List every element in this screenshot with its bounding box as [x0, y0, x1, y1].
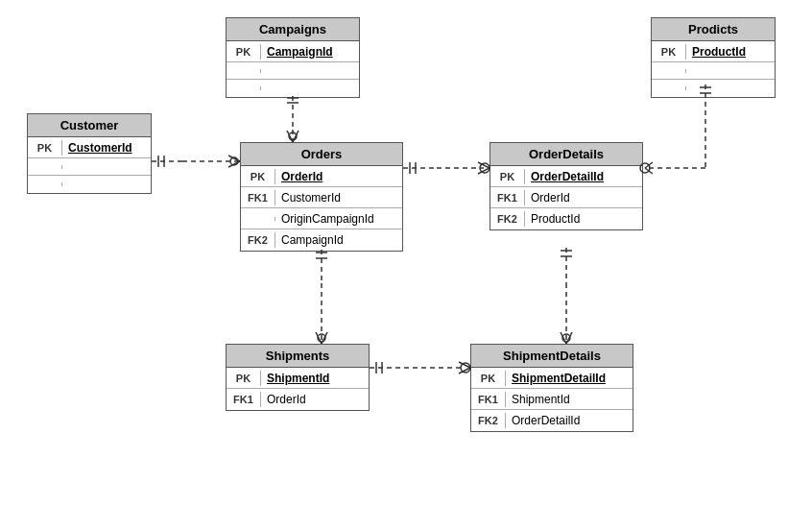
- table-customer-header: Customer: [28, 114, 151, 137]
- field-label: CustomerId: [275, 189, 346, 206]
- key-label: [28, 182, 62, 186]
- key-label: [227, 86, 261, 90]
- key-label: [227, 69, 261, 73]
- key-label: FK2: [241, 232, 275, 248]
- table-row: [28, 176, 151, 193]
- svg-line-32: [645, 162, 653, 168]
- svg-line-11: [228, 156, 240, 161]
- key-label: PK: [471, 371, 506, 386]
- table-shipments: Shipments PK ShipmentId FK1 OrderId: [226, 344, 370, 411]
- svg-line-12: [228, 161, 240, 167]
- svg-line-25: [478, 162, 490, 168]
- key-label: PK: [652, 44, 686, 60]
- table-row: FK1 OrderId: [490, 187, 642, 208]
- field-label: [686, 86, 698, 90]
- table-row: FK2 CampaignId: [241, 229, 402, 251]
- diagram-container: Customer PK CustomerId Campaigns PK Camp…: [0, 0, 812, 506]
- svg-line-19: [293, 131, 299, 142]
- table-prodicts-header: Prodicts: [652, 18, 775, 41]
- table-customer: Customer PK CustomerId: [27, 113, 152, 194]
- table-row: FK1 ShipmentId: [471, 389, 633, 410]
- table-shipments-header: Shipments: [227, 345, 369, 368]
- key-label: PK: [227, 371, 261, 386]
- table-row: [652, 62, 775, 80]
- table-orders-header: Orders: [241, 143, 402, 166]
- svg-line-53: [561, 332, 566, 344]
- svg-line-26: [478, 168, 490, 174]
- table-row: OriginCampaignId: [241, 208, 402, 229]
- table-row: FK2 ProductId: [490, 208, 642, 229]
- field-label: [62, 182, 74, 186]
- table-row: [28, 158, 151, 176]
- field-label: CampaignId: [275, 231, 349, 249]
- table-row: PK CustomerId: [28, 137, 151, 158]
- field-label: CustomerId: [62, 139, 138, 157]
- key-label: FK2: [471, 413, 506, 428]
- key-label: FK1: [241, 190, 275, 205]
- svg-line-47: [459, 368, 470, 373]
- table-prodicts: Prodicts PK ProductId: [651, 17, 776, 98]
- key-label: [241, 217, 275, 221]
- table-row: PK OrderId: [241, 166, 402, 187]
- svg-line-40: [322, 332, 327, 344]
- table-row: PK ProductId: [652, 41, 775, 62]
- table-row: [227, 80, 359, 97]
- table-shipmentdetails: ShipmentDetails PK ShipmentDetailId FK1 …: [470, 344, 633, 432]
- field-label: CampaignId: [261, 43, 339, 60]
- key-label: FK1: [471, 392, 506, 407]
- svg-point-52: [562, 334, 570, 342]
- table-orderdetails: OrderDetails PK OrderDetailId FK1 OrderI…: [490, 142, 643, 230]
- table-row: [227, 62, 359, 80]
- field-label: ProductId: [525, 210, 585, 228]
- svg-point-45: [461, 363, 470, 373]
- field-label: [261, 69, 273, 73]
- field-label: OrderId: [525, 189, 576, 206]
- field-label: ProductId: [686, 43, 752, 60]
- field-label: [686, 69, 698, 73]
- field-label: OrderDetailId: [506, 412, 585, 429]
- key-label: FK2: [490, 211, 525, 227]
- svg-line-46: [459, 362, 470, 368]
- table-orders: Orders PK OrderId FK1 CustomerId OriginC…: [240, 142, 403, 252]
- table-row: PK OrderDetailId: [490, 166, 642, 187]
- key-label: PK: [241, 169, 275, 184]
- svg-line-18: [287, 131, 293, 142]
- key-label: [652, 69, 686, 73]
- svg-line-39: [316, 332, 322, 344]
- table-row: FK2 OrderDetailId: [471, 410, 633, 431]
- field-label: OriginCampaignId: [275, 210, 380, 228]
- table-row: PK ShipmentDetailId: [471, 368, 633, 389]
- key-label: PK: [28, 140, 62, 156]
- table-orderdetails-header: OrderDetails: [490, 143, 642, 166]
- table-row: [652, 80, 775, 97]
- svg-line-33: [645, 168, 653, 174]
- key-label: PK: [227, 44, 261, 60]
- key-label: FK1: [227, 392, 261, 407]
- key-label: [28, 165, 62, 169]
- table-row: FK1 OrderId: [227, 389, 369, 410]
- field-label: ShipmentId: [506, 391, 576, 408]
- field-label: [261, 86, 273, 90]
- svg-point-10: [230, 157, 238, 165]
- table-campaigns: Campaigns PK CampaignId: [226, 17, 360, 98]
- table-row: PK CampaignId: [227, 41, 359, 62]
- field-label: ShipmentDetailId: [506, 370, 611, 387]
- svg-point-24: [480, 163, 490, 173]
- key-label: PK: [490, 169, 525, 184]
- svg-point-38: [318, 334, 325, 342]
- key-label: [652, 86, 686, 90]
- field-label: OrderId: [275, 168, 328, 185]
- svg-point-17: [289, 133, 297, 140]
- table-shipmentdetails-header: ShipmentDetails: [471, 345, 633, 368]
- field-label: ShipmentId: [261, 370, 335, 387]
- field-label: [62, 165, 74, 169]
- field-label: OrderDetailId: [525, 168, 609, 185]
- field-label: OrderId: [261, 391, 312, 408]
- svg-line-54: [566, 332, 572, 344]
- table-row: PK ShipmentId: [227, 368, 369, 389]
- table-row: FK1 CustomerId: [241, 187, 402, 208]
- table-campaigns-header: Campaigns: [227, 18, 359, 41]
- key-label: FK1: [490, 190, 525, 205]
